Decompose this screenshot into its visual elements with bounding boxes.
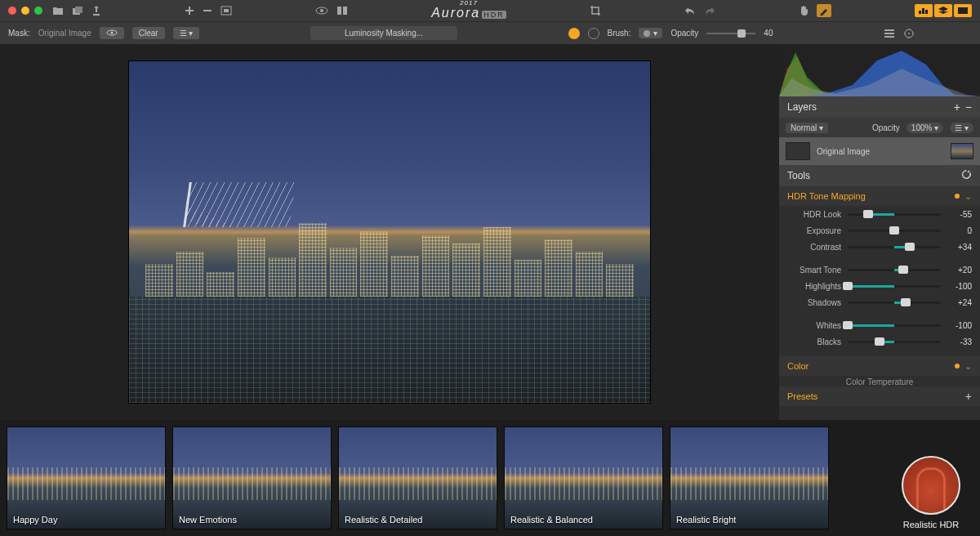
preset-category-label: Realistic HDR bbox=[903, 520, 959, 529]
layer-opacity-selector[interactable]: 100% ▾ bbox=[906, 123, 943, 133]
right-panel: Layers + − Normal ▾ Opacity 100% ▾ ☰ ▾ O… bbox=[779, 44, 980, 420]
slider-contrast: Contrast +34 bbox=[779, 239, 980, 255]
slider-track[interactable] bbox=[848, 324, 941, 327]
preset-item[interactable]: Happy Day bbox=[7, 427, 166, 529]
svg-rect-11 bbox=[925, 10, 928, 14]
hdr-tone-mapping-header[interactable]: HDR Tone Mapping⌄ bbox=[779, 186, 980, 206]
svg-rect-12 bbox=[958, 7, 968, 14]
blend-mode-selector[interactable]: Normal ▾ bbox=[786, 123, 828, 133]
layer-mask-thumb bbox=[786, 142, 810, 160]
svg-rect-9 bbox=[919, 11, 921, 14]
svg-rect-4 bbox=[224, 9, 229, 12]
slider-smart-tone: Smart Tone +20 bbox=[779, 261, 980, 278]
opacity-slider[interactable] bbox=[706, 33, 755, 34]
radial-icon[interactable] bbox=[903, 28, 915, 39]
fit-screen-icon[interactable] bbox=[220, 6, 232, 16]
redo-icon[interactable] bbox=[704, 6, 715, 16]
hand-icon[interactable] bbox=[799, 5, 808, 16]
mask-label: Mask: bbox=[8, 29, 30, 38]
gradient-icon[interactable] bbox=[884, 29, 895, 38]
mask-toolbar: Mask: Original Image Clear ☰ ▾ Luminosit… bbox=[0, 21, 980, 44]
app-title: 2017 AuroraHDR bbox=[431, 1, 506, 20]
color-panel-header[interactable]: Color⌄ bbox=[779, 356, 980, 376]
batch-icon[interactable] bbox=[72, 6, 83, 16]
slider-track[interactable] bbox=[848, 230, 941, 232]
compare-icon[interactable] bbox=[336, 6, 348, 16]
window-controls bbox=[8, 7, 42, 15]
preset-item[interactable]: Realistic Bright bbox=[670, 427, 829, 529]
slider-track[interactable] bbox=[848, 302, 941, 304]
add-preset-button[interactable]: + bbox=[965, 390, 972, 403]
layer-menu-button[interactable]: ☰ ▾ bbox=[950, 123, 973, 133]
close-window-button[interactable] bbox=[8, 7, 16, 15]
slider-track[interactable] bbox=[848, 285, 941, 288]
main-image bbox=[128, 60, 651, 404]
layer-item[interactable]: Original Image bbox=[779, 137, 980, 165]
mask-options-button[interactable]: ☰ ▾ bbox=[173, 27, 200, 39]
panel-layers-button[interactable] bbox=[934, 4, 952, 17]
brush-size-selector[interactable]: ▾ bbox=[639, 28, 662, 38]
slider-shadows: Shadows +24 bbox=[779, 294, 980, 310]
layers-header: Layers + − bbox=[779, 96, 980, 118]
preset-item[interactable]: New Emotions bbox=[172, 427, 332, 529]
svg-point-19 bbox=[908, 33, 910, 34]
canvas-area[interactable] bbox=[0, 44, 779, 420]
preset-category: Realistic HDR bbox=[892, 427, 970, 529]
histogram[interactable] bbox=[779, 44, 980, 96]
mask-visibility-button[interactable] bbox=[100, 27, 124, 39]
remove-layer-button[interactable]: − bbox=[965, 100, 972, 114]
tools-header: Tools bbox=[779, 165, 980, 186]
minus-icon[interactable] bbox=[203, 6, 212, 16]
panel-histogram-button[interactable] bbox=[915, 4, 933, 17]
eye-icon[interactable] bbox=[315, 7, 328, 15]
brush-icon[interactable] bbox=[817, 4, 831, 17]
layer-preview-thumb bbox=[951, 143, 973, 159]
slider-track[interactable] bbox=[848, 341, 941, 343]
minimize-window-button[interactable] bbox=[21, 7, 29, 15]
svg-rect-17 bbox=[884, 36, 894, 38]
slider-track[interactable] bbox=[848, 213, 941, 216]
layer-opacity-label: Opacity bbox=[872, 123, 900, 132]
opacity-value: 40 bbox=[764, 29, 773, 38]
svg-rect-8 bbox=[343, 7, 347, 15]
panel-presets-button[interactable] bbox=[954, 4, 972, 17]
layer-name: Original Image bbox=[817, 147, 870, 156]
crop-icon[interactable] bbox=[590, 5, 601, 16]
presets-header: Presets + bbox=[779, 386, 980, 406]
app-titlebar: 2017 AuroraHDR bbox=[0, 0, 980, 21]
preset-category-icon[interactable] bbox=[902, 456, 960, 515]
plus-icon[interactable] bbox=[185, 6, 194, 16]
preset-filmstrip: Happy Day New Emotions Realistic & Detai… bbox=[0, 420, 980, 536]
maximize-window-button[interactable] bbox=[34, 7, 42, 15]
slider-hdr-look: HDR Look -55 bbox=[779, 206, 980, 222]
folder-icon[interactable] bbox=[52, 6, 64, 16]
slider-highlights: Highlights -100 bbox=[779, 278, 980, 294]
color-temperature-label: Color Temperature bbox=[779, 376, 980, 386]
add-layer-button[interactable]: + bbox=[954, 100, 960, 114]
mask-clear-button[interactable]: Clear bbox=[132, 27, 165, 39]
svg-point-14 bbox=[110, 32, 113, 34]
slider-exposure: Exposure 0 bbox=[779, 222, 980, 239]
brush-label: Brush: bbox=[608, 29, 631, 38]
svg-rect-2 bbox=[203, 10, 212, 11]
luminosity-masking-button[interactable]: Luminosity Masking... bbox=[310, 26, 457, 40]
slider-blacks: Blacks -33 bbox=[779, 333, 980, 350]
svg-rect-7 bbox=[337, 7, 341, 15]
svg-point-6 bbox=[320, 9, 323, 12]
paint-color-swatch[interactable] bbox=[568, 28, 580, 39]
svg-rect-15 bbox=[884, 29, 894, 31]
slider-whites: Whites -100 bbox=[779, 317, 980, 333]
preset-item[interactable]: Realistic & Detailed bbox=[338, 427, 497, 529]
svg-rect-10 bbox=[922, 8, 924, 14]
undo-icon[interactable] bbox=[684, 6, 696, 16]
slider-track[interactable] bbox=[848, 246, 941, 248]
svg-rect-1 bbox=[75, 7, 82, 13]
export-icon[interactable] bbox=[91, 5, 101, 16]
erase-color-swatch[interactable] bbox=[588, 28, 599, 39]
slider-track[interactable] bbox=[848, 269, 941, 271]
mask-mode: Original Image bbox=[38, 29, 91, 38]
refresh-icon[interactable] bbox=[961, 169, 972, 182]
opacity-label: Opacity bbox=[670, 29, 698, 38]
svg-rect-16 bbox=[884, 33, 894, 34]
preset-item[interactable]: Realistic & Balanced bbox=[504, 427, 663, 529]
